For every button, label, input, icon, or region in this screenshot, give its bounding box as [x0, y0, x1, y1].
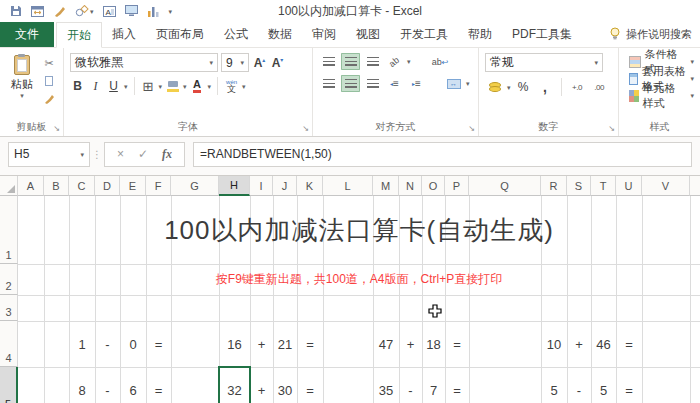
dialog-launcher-icon[interactable]: ↘ — [302, 124, 309, 133]
merge-center-button[interactable]: ↔ — [444, 75, 463, 92]
font-name-select[interactable]: 微软雅黑 ▾ — [70, 53, 218, 72]
col-header-W[interactable]: W — [690, 176, 700, 196]
cell-K4[interactable]: = — [297, 321, 323, 367]
dropdown-icon[interactable]: ▾ — [124, 83, 128, 90]
cell-J5[interactable]: 30 — [273, 367, 297, 403]
tab-页面布局[interactable]: 页面布局 — [146, 22, 214, 47]
tab-插入[interactable]: 插入 — [102, 22, 146, 47]
cell-S4[interactable]: + — [567, 321, 591, 367]
col-header-S[interactable]: S — [567, 176, 591, 196]
worksheet-grid[interactable]: ABCDEFGHIJKLMNOPQRSTUVW12345100以内加减法口算卡(… — [0, 176, 700, 403]
increase-decimal-button[interactable]: +.0 — [568, 79, 587, 96]
cell-T4[interactable]: 46 — [591, 321, 616, 367]
cell-R4[interactable]: 10 — [541, 321, 567, 367]
align-left-button[interactable] — [319, 75, 338, 92]
dropdown-icon[interactable]: ▾ — [242, 83, 246, 90]
col-header-N[interactable]: N — [399, 176, 422, 196]
col-header-O[interactable]: O — [422, 176, 445, 196]
cell-I5[interactable]: + — [250, 367, 273, 403]
cell-R5[interactable]: 5 — [541, 367, 567, 403]
paste-button[interactable]: 粘贴 ▾ — [6, 53, 38, 120]
cell-S5[interactable]: - — [567, 367, 591, 403]
col-header-P[interactable]: P — [445, 176, 469, 196]
cell-J4[interactable]: 21 — [273, 321, 297, 367]
dropdown-icon[interactable]: ▾ — [208, 83, 212, 90]
tab-数据[interactable]: 数据 — [258, 22, 302, 47]
formula-input[interactable]: =RANDBETWEEN(1,50) — [193, 142, 692, 167]
cell-U5[interactable]: = — [616, 367, 642, 403]
dropdown-icon[interactable]: ▾ — [466, 80, 470, 87]
cell-F5[interactable]: = — [146, 367, 171, 403]
tab-公式[interactable]: 公式 — [214, 22, 258, 47]
col-header-I[interactable]: I — [250, 176, 273, 196]
tab-帮助[interactable]: 帮助 — [458, 22, 502, 47]
cell-E4[interactable]: 0 — [120, 321, 146, 367]
cell-P5[interactable]: = — [445, 367, 469, 403]
row-header-3[interactable]: 3 — [0, 295, 18, 321]
cell-K5[interactable]: = — [297, 367, 323, 403]
col-header-E[interactable]: E — [120, 176, 146, 196]
cell-O4[interactable]: 18 — [422, 321, 445, 367]
underline-button[interactable]: U — [106, 78, 121, 95]
tell-me-search[interactable]: 操作说明搜索 — [609, 22, 700, 47]
cell-U4[interactable]: = — [616, 321, 642, 367]
col-header-H[interactable]: H — [219, 176, 250, 196]
increase-indent-button[interactable]: ▸≡ — [407, 75, 426, 92]
col-header-K[interactable]: K — [297, 176, 323, 196]
col-header-R[interactable]: R — [541, 176, 567, 196]
cell-styles-button[interactable]: 单元格样式 ▾ — [629, 87, 694, 104]
decrease-font-size-button[interactable]: A▾ — [270, 54, 285, 71]
align-center-button[interactable] — [341, 75, 360, 92]
col-header-B[interactable]: B — [44, 176, 69, 196]
col-header-L[interactable]: L — [323, 176, 373, 196]
dropdown-icon[interactable]: ▾ — [159, 83, 163, 90]
col-header-U[interactable]: U — [616, 176, 642, 196]
phonetic-guide-button[interactable]: wén 文 — [224, 78, 239, 95]
align-right-button[interactable] — [363, 75, 382, 92]
save-icon[interactable] — [10, 3, 22, 19]
col-header-F[interactable]: F — [146, 176, 171, 196]
wrap-text-button[interactable]: ab — [431, 53, 450, 70]
tab-PDF工具集[interactable]: PDF工具集 — [502, 22, 582, 47]
enter-icon[interactable]: ✓ — [138, 147, 148, 161]
cell-N5[interactable]: - — [399, 367, 422, 403]
row-header-1[interactable]: 1 — [0, 196, 18, 264]
align-middle-button[interactable] — [341, 53, 360, 70]
cell-T5[interactable]: 5 — [591, 367, 616, 403]
cell-E5[interactable]: 6 — [120, 367, 146, 403]
dialog-launcher-icon[interactable]: ↘ — [608, 124, 615, 133]
font-size-select[interactable]: 9 ▾ — [221, 53, 249, 72]
decrease-decimal-button[interactable]: .00 — [590, 79, 609, 96]
col-header-M[interactable]: M — [373, 176, 399, 196]
row-header-2[interactable]: 2 — [0, 264, 18, 295]
dialog-launcher-icon[interactable]: ↘ — [53, 124, 60, 133]
cell-P4[interactable]: = — [445, 321, 469, 367]
col-header-V[interactable]: V — [642, 176, 690, 196]
accounting-format-button[interactable] — [485, 79, 504, 96]
increase-font-size-button[interactable]: A▴ — [252, 54, 267, 71]
select-all-corner[interactable] — [0, 176, 18, 196]
col-header-D[interactable]: D — [95, 176, 120, 196]
shapes-icon[interactable]: ▾ — [75, 3, 94, 19]
cell-C4[interactable]: 1 — [69, 321, 95, 367]
cell-C5[interactable]: 8 — [69, 367, 95, 403]
col-header-A[interactable]: A — [18, 176, 44, 196]
align-top-button[interactable] — [319, 53, 338, 70]
column-width-icon[interactable] — [31, 3, 44, 19]
col-header-C[interactable]: C — [69, 176, 95, 196]
tab-视图[interactable]: 视图 — [346, 22, 390, 47]
comma-style-button[interactable]: , — [536, 79, 555, 96]
format-painter-icon[interactable] — [53, 3, 66, 19]
col-header-J[interactable]: J — [273, 176, 297, 196]
qat-more-icon[interactable]: ▾ — [169, 3, 173, 19]
cancel-icon[interactable]: × — [117, 147, 124, 161]
col-header-T[interactable]: T — [591, 176, 616, 196]
cell-D4[interactable]: - — [95, 321, 120, 367]
insert-function-icon[interactable]: fx — [162, 147, 172, 162]
row-header-4[interactable]: 4 — [0, 321, 18, 367]
tab-file[interactable]: 文件 — [0, 22, 54, 47]
text-box-icon[interactable]: A — [103, 3, 116, 19]
italic-button[interactable]: I — [88, 78, 103, 95]
percent-style-button[interactable]: % — [514, 79, 533, 96]
col-header-G[interactable]: G — [171, 176, 219, 196]
